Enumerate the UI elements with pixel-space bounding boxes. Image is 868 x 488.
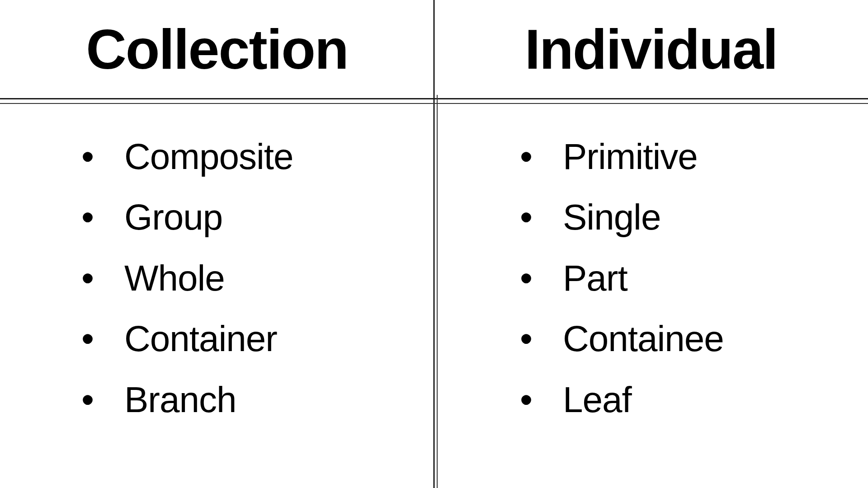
list-collection: Composite Group Whole Container Branch <box>81 127 434 430</box>
list-item: Containee <box>520 309 868 369</box>
body-cell-left: Composite Group Whole Container Branch <box>0 99 434 488</box>
column-individual: Individual Primitive Single Part Contain… <box>434 0 868 488</box>
vertical-divider <box>434 0 435 488</box>
body-cell-right: Primitive Single Part Containee Leaf <box>434 99 868 488</box>
list-individual: Primitive Single Part Containee Leaf <box>520 127 868 430</box>
list-item: Primitive <box>520 127 868 187</box>
column-collection: Collection Composite Group Whole Contain… <box>0 0 434 488</box>
list-item: Leaf <box>520 370 868 430</box>
header-cell-left: Collection <box>0 0 434 99</box>
list-item: Container <box>81 309 434 369</box>
header-cell-right: Individual <box>434 0 868 99</box>
list-item: Whole <box>81 248 434 309</box>
heading-collection: Collection <box>86 17 348 81</box>
horizontal-divider-shadow <box>0 103 868 104</box>
list-item: Part <box>520 248 868 309</box>
vertical-divider-shadow <box>437 95 438 488</box>
list-item: Branch <box>81 370 434 430</box>
heading-individual: Individual <box>525 17 778 81</box>
list-item: Composite <box>81 127 434 187</box>
list-item: Group <box>81 187 434 248</box>
list-item: Single <box>520 187 868 248</box>
